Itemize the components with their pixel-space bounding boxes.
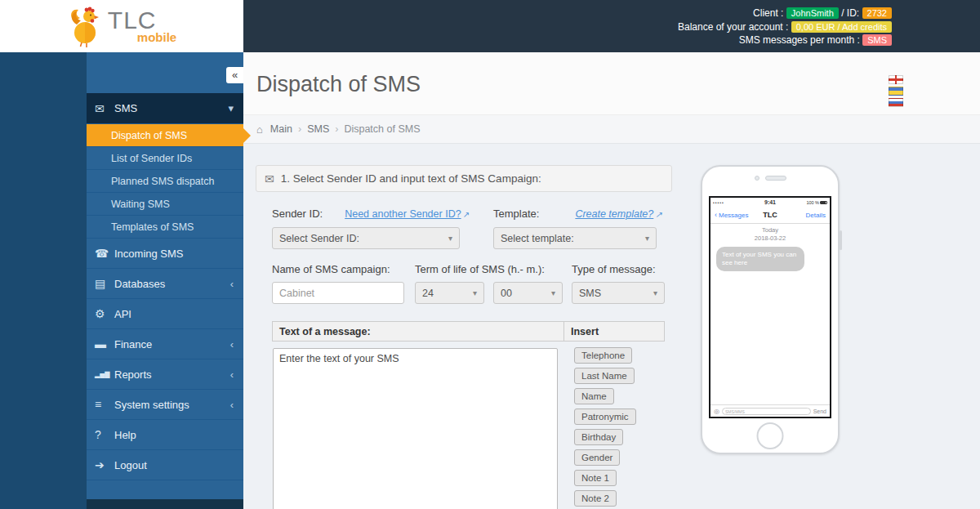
- campaign-term-type-row: Name of SMS campaign: Term of life of SM…: [272, 263, 672, 304]
- chevron-down-icon: ▾: [645, 234, 649, 243]
- insert-last-name-button[interactable]: Last Name: [574, 368, 635, 384]
- sidebar-item-label: Logout: [114, 459, 147, 471]
- chevron-down-icon: ▾: [653, 288, 657, 297]
- client-label: Client :: [753, 7, 783, 19]
- insert-note2-button[interactable]: Note 2: [574, 490, 617, 507]
- sidebar-item-api[interactable]: ⚙ API: [87, 299, 243, 329]
- need-another-sender-id-link[interactable]: Need another Sender ID?↗: [345, 208, 470, 220]
- sidebar-item-label: Help: [114, 429, 136, 441]
- insert-gender-button[interactable]: Gender: [574, 449, 620, 466]
- phone-home-button: [757, 422, 784, 449]
- flag-russian-icon[interactable]: [889, 98, 903, 107]
- back-label: Messages: [719, 212, 748, 219]
- phone-camera-icon: [755, 176, 760, 181]
- term-minutes-select[interactable]: 00 ▾: [493, 282, 563, 304]
- sms-month-label: SMS messages per month :: [739, 34, 860, 46]
- sender-id-label: Sender ID:: [272, 208, 323, 220]
- chevron-down-icon: ▾: [551, 288, 555, 297]
- sidebar-item-label: Reports: [114, 368, 152, 381]
- sidebar-subitem-dispatch-of-sms[interactable]: Dispatch of SMS: [87, 124, 243, 147]
- chevron-left-icon: ‹: [230, 278, 234, 290]
- insert-buttons-cell: Telephone Last Name Name Patronymic Birt…: [564, 342, 665, 509]
- sidebar-item-label: Databases: [114, 278, 165, 290]
- sidebar-subitem-list-of-sender-ids[interactable]: List of Sender IDs: [87, 147, 243, 170]
- breadcrumb: ⌂ Main › SMS › Dispatch of SMS: [243, 114, 980, 144]
- link-text: Need another Sender ID?: [345, 208, 461, 220]
- sidebar-item-incoming-sms[interactable]: ☎ Incoming SMS: [87, 239, 243, 269]
- envelope-icon: ✉: [265, 172, 274, 185]
- home-icon: ⌂: [256, 123, 263, 136]
- logout-icon: ➔: [95, 458, 114, 471]
- phone-compose-bar: ◎ SMS/MMS Send: [710, 404, 830, 417]
- brand-logo[interactable]: TLC mobile: [0, 0, 243, 52]
- breadcrumb-main[interactable]: Main: [270, 123, 292, 135]
- id-separator: /: [841, 7, 844, 19]
- flag-english-icon[interactable]: [889, 75, 903, 84]
- sidebar-item-system-settings[interactable]: ≡ System settings ‹: [87, 390, 243, 420]
- message-text-cell: [272, 342, 564, 509]
- type-of-message-label: Type of message:: [572, 263, 656, 275]
- template-select[interactable]: Select template: ▾: [493, 227, 657, 249]
- chevron-down-icon: ▾: [448, 234, 452, 243]
- message-type-select[interactable]: SMS ▾: [572, 282, 665, 304]
- sidebar-collapse-button[interactable]: «: [226, 67, 243, 83]
- sidebar-subitem-label: Waiting SMS: [111, 199, 170, 210]
- term-column: Term of life of SMS (h.- m.): 24 ▾ 00 ▾: [415, 263, 572, 304]
- breadcrumb-sms[interactable]: SMS: [307, 123, 329, 135]
- insert-telephone-button[interactable]: Telephone: [574, 347, 632, 364]
- chevron-down-icon: ▾: [473, 288, 477, 297]
- sender-column: Sender ID: Need another Sender ID?↗ Sele…: [272, 208, 493, 249]
- sms-month-badge: SMS: [862, 34, 892, 46]
- credit-card-icon: ▬: [95, 337, 114, 350]
- sidebar-item-reports[interactable]: ▂▅▇ Reports ‹: [87, 359, 243, 390]
- phone-contact-name: TLC: [763, 211, 777, 219]
- sidebar-item-sms[interactable]: ✉ SMS ▾: [87, 93, 243, 124]
- sidebar-subitem-waiting-sms[interactable]: Waiting SMS: [87, 193, 243, 216]
- insert-name-button[interactable]: Name: [574, 388, 614, 404]
- insert-patronymic-button[interactable]: Patronymic: [574, 409, 636, 425]
- template-select-value: Select template:: [501, 233, 574, 244]
- id-label: ID:: [847, 7, 859, 19]
- message-text-input[interactable]: [273, 348, 558, 509]
- sidebar-subitem-label: Dispatch of SMS: [111, 130, 187, 141]
- brand-mobile: mobile: [137, 30, 176, 44]
- sidebar-item-help[interactable]: ? Help: [87, 420, 243, 450]
- phone-top: [702, 176, 838, 181]
- date-line1: Today: [710, 226, 830, 234]
- insert-birthday-button[interactable]: Birthday: [574, 429, 623, 445]
- campaign-name-input[interactable]: [272, 282, 404, 304]
- sidebar-item-logout[interactable]: ➔ Logout: [87, 450, 243, 480]
- phone-battery: 100 %: [806, 200, 827, 205]
- balance-add-credits-badge[interactable]: 0,00 EUR / Add credits: [791, 21, 892, 33]
- create-template-link[interactable]: Create template?↗: [575, 208, 662, 220]
- phone-icon: ☎: [95, 247, 114, 260]
- sidebar-item-label: Incoming SMS: [114, 248, 184, 260]
- sidebar-subitem-templates-of-sms[interactable]: Templates of SMS: [87, 216, 243, 239]
- sender-id-select[interactable]: Select Sender ID: ▾: [272, 227, 460, 249]
- signal-bars-icon: •••••: [713, 200, 724, 205]
- term-hours-select[interactable]: 24 ▾: [415, 282, 484, 304]
- phone-send-button: Send: [813, 409, 826, 414]
- external-link-icon: ↗: [655, 210, 662, 219]
- template-label: Template:: [493, 208, 539, 220]
- panel-step1-title: 1. Select Sender ID and input text of SM…: [281, 172, 541, 185]
- phone-screen: ••••• 9:41 100 % ‹Messages TLC Details T…: [709, 196, 831, 418]
- sidebar-footer-strip: [87, 499, 243, 509]
- sidebar-subitem-planned-sms-dispatch[interactable]: Planned SMS dispatch: [87, 170, 243, 193]
- battery-percent: 100 %: [806, 200, 819, 205]
- sidebar-item-label: Finance: [114, 338, 152, 350]
- insert-note1-button[interactable]: Note 1: [574, 470, 617, 486]
- term-hours-value: 24: [422, 288, 434, 299]
- form-grid: Sender ID: Need another Sender ID?↗ Sele…: [256, 208, 672, 509]
- camera-icon: ◎: [714, 408, 719, 415]
- template-column: Template: Create template?↗ Select templ…: [493, 208, 662, 249]
- sidebar-menu: ✉ SMS ▾ Dispatch of SMS List of Sender I…: [87, 52, 243, 509]
- flag-ukrainian-icon[interactable]: [889, 87, 903, 96]
- phone-speaker: [765, 176, 786, 181]
- panel-step1-header: ✉ 1. Select Sender ID and input text of …: [256, 165, 672, 192]
- sidebar-item-finance[interactable]: ▬ Finance ‹: [87, 329, 243, 359]
- chevron-left-icon: ‹: [715, 211, 717, 219]
- client-name-badge: JohnSmith: [786, 7, 839, 19]
- sidebar-item-databases[interactable]: ▤ Databases ‹: [87, 269, 243, 299]
- content-header: Dispatch of SMS: [243, 52, 980, 114]
